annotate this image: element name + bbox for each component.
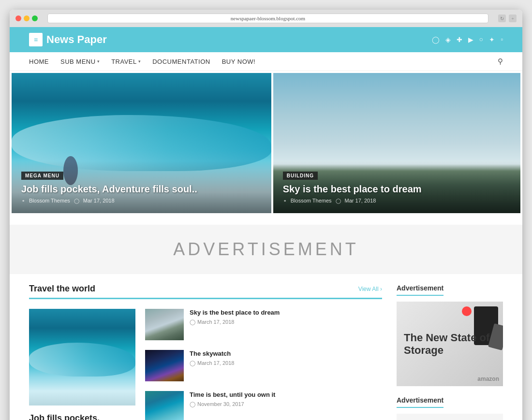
twitter-icon[interactable]: ✦ [489,36,495,44]
logo-icon: ≡ [29,33,43,46]
hero-overlay-2: BUILDING Sky is the best place to dream … [273,161,520,213]
nav-documentation[interactable]: DOCUMENTATION [152,58,210,65]
reload-button[interactable]: ↻ [498,14,506,22]
hero-item-2[interactable]: BUILDING Sky is the best place to dream … [273,73,520,213]
google-plus-icon[interactable]: ✚ [457,36,462,44]
advertisement-text: ADVERTISEMENT [24,239,508,260]
article-date-1: ◯ March 17, 2018 [190,319,382,325]
clock-icon: ◯ [190,319,195,325]
address-bar[interactable]: newspapaer-blossom.blogspot.com [47,14,488,23]
article-date-2: ◯ March 17, 2018 [190,360,382,366]
browser-window: newspapaer-blossom.blogspot.com ↻ + ≡ Ne… [10,10,522,420]
search-icon[interactable]: ⚲ [498,57,503,66]
widget-title-2: Advertisement [397,396,443,408]
user-icon: ⚬ [21,198,25,203]
header-social-icons: ◯ ◈ ✚ ▶ ○ ✦ ▫ [432,36,503,44]
nav-items: HOME SUB MENU ▾ TRAVEL ▾ DOCUMENTATION B… [29,58,255,65]
article-thumb-2 [145,350,184,381]
article-title-1[interactable]: Sky is the best place to dream [190,309,382,317]
browser-actions: ↻ + [498,14,517,22]
advertisement-banner: ADVERTISEMENT [10,225,522,274]
hero-title-1: Job fills pockets, Adventure fills soul.… [21,184,262,195]
hero-meta-2: ⚬ Blossom Themes ◯ Mar 17, 2018 [283,198,511,203]
article-info-3: Time is best, until you own it ◯ Novembe… [190,391,382,407]
sidebar-widget-ad-1: Advertisement The New State of Storage a… [397,284,503,386]
nav-sub-menu[interactable]: SUB MENU ▾ [60,58,100,65]
hero-overlay-1: MEGA MENU Job fills pockets, Adventure f… [12,161,271,213]
hero-grid: MEGA MENU Job fills pockets, Adventure f… [10,71,522,215]
section-header: Travel the world View All › [29,284,382,299]
sidebar-widget-ad-2: Advertisement ADVERT [397,396,503,420]
new-tab-button[interactable]: + [509,14,517,22]
clock-icon: ◯ [336,198,341,203]
browser-dots [15,15,38,21]
featured-article: Job fills pockets, Adventure fills soul.… [29,309,135,420]
article-info-2: The skywatch ◯ March 17, 2018 [190,350,382,366]
main-content: Travel the world View All › Job fills po… [10,284,522,420]
ad-widget-inner: The New State of Storage amazon [397,302,503,386]
nav-home[interactable]: HOME [29,58,49,65]
site-nav: HOME SUB MENU ▾ TRAVEL ▾ DOCUMENTATION B… [10,52,522,71]
minimize-dot[interactable] [24,15,30,21]
instagram-icon[interactable]: ◯ [432,36,440,44]
ad-badge [462,306,472,316]
list-item: Sky is the best place to dream ◯ March 1… [145,309,382,340]
ad-widget-1[interactable]: The New State of Storage amazon [397,302,503,386]
list-item: Time is best, until you own it ◯ Novembe… [145,391,382,420]
hero-item-1[interactable]: MEGA MENU Job fills pockets, Adventure f… [12,73,271,213]
clock-icon: ◯ [190,360,195,366]
advert-placeholder[interactable]: ADVERT [397,414,503,420]
amazon-label: amazon [477,376,499,382]
maximize-dot[interactable] [32,15,38,21]
article-date-3: ◯ November 30, 2017 [190,401,382,407]
featured-content: Job fills pockets, Adventure fills soul.… [29,406,135,420]
featured-title[interactable]: Job fills pockets, Adventure fills soul.… [29,413,135,420]
article-thumb-3 [145,391,184,420]
chevron-down-icon: ▾ [138,59,141,64]
article-title-3[interactable]: Time is best, until you own it [190,391,382,399]
google-circles-icon[interactable]: ○ [479,36,483,44]
site-logo[interactable]: ≡ News Paper [29,33,107,46]
pinterest-icon[interactable]: ◈ [445,36,451,44]
browser-titlebar: newspapaer-blossom.blogspot.com ↻ + [10,10,522,27]
article-title-2[interactable]: The skywatch [190,350,382,358]
hero-category-2: BUILDING [283,172,318,180]
hero-category-1: MEGA MENU [21,172,63,180]
site-content: ≡ News Paper ◯ ◈ ✚ ▶ ○ ✦ ▫ HOME SUB MENU… [10,27,522,420]
hero-meta-1: ⚬ Blossom Themes ◯ Mar 17, 2018 [21,198,262,203]
clock-icon: ◯ [190,401,195,407]
travel-content: Job fills pockets, Adventure fills soul.… [29,309,382,420]
facebook-icon[interactable]: ▫ [501,36,503,44]
hero-title-2: Sky is the best place to dream [283,184,511,195]
ad-title-text: The New State of Storage [404,331,503,357]
chevron-down-icon: ▾ [97,59,100,64]
site-header: ≡ News Paper ◯ ◈ ✚ ▶ ○ ✦ ▫ [10,27,522,52]
article-info-1: Sky is the best place to dream ◯ March 1… [190,309,382,325]
list-item: The skywatch ◯ March 17, 2018 [145,350,382,381]
article-thumb-1 [145,309,184,340]
user-icon: ⚬ [283,198,287,203]
section-title: Travel the world [29,284,95,294]
view-all-link[interactable]: View All › [358,286,382,292]
featured-image [29,309,135,406]
travel-section: Travel the world View All › Job fills po… [29,284,397,420]
close-dot[interactable] [15,15,21,21]
logo-text: News Paper [46,33,107,46]
sidebar: Advertisement The New State of Storage a… [397,284,503,420]
nav-travel[interactable]: TRAVEL ▾ [111,58,141,65]
clock-icon: ◯ [74,198,79,203]
widget-title-1: Advertisement [397,284,443,296]
youtube-icon[interactable]: ▶ [468,36,473,44]
article-list: Sky is the best place to dream ◯ March 1… [145,309,382,420]
nav-buy-now[interactable]: BUY NOW! [222,58,256,65]
